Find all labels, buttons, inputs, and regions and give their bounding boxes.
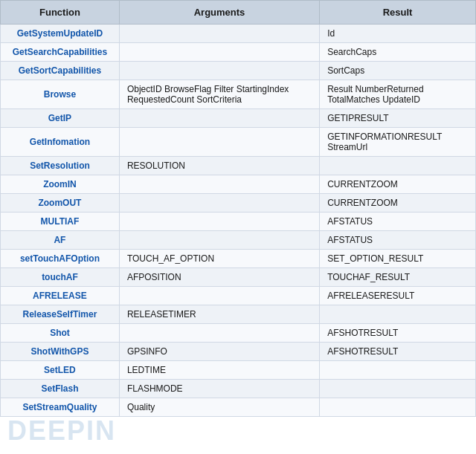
cell-arguments: ObjectID BrowseFlag Filter StartingIndex…	[119, 80, 319, 109]
cell-arguments	[119, 194, 319, 213]
cell-function: Shot	[1, 324, 120, 343]
cell-arguments: TOUCH_AF_OPTION	[119, 250, 319, 268]
cell-function: GetIP	[1, 109, 120, 128]
cell-function: SetLED	[1, 361, 120, 380]
table-row: SetFlashFLASHMODE	[1, 380, 476, 398]
table-row: GetSearchCapabilitiesSearchCaps	[1, 43, 476, 62]
table-row: GetSortCapabilitiesSortCaps	[1, 62, 476, 80]
table-row: BrowseObjectID BrowseFlag Filter Startin…	[1, 80, 476, 109]
table-row: AFAFSTATUS	[1, 231, 476, 250]
cell-arguments	[119, 175, 319, 194]
cell-function: ZoomIN	[1, 175, 120, 194]
table-row: GetSystemUpdateIDId	[1, 25, 476, 43]
cell-result	[320, 305, 476, 324]
cell-arguments: GPSINFO	[119, 343, 319, 361]
cell-function: Browse	[1, 80, 120, 109]
cell-function: ShotWithGPS	[1, 343, 120, 361]
cell-arguments	[119, 25, 319, 43]
cell-result: GETINFORMATIONRESULT StreamUrl	[320, 128, 476, 157]
cell-function: SetStreamQuality	[1, 398, 120, 417]
table-row: MULTIAFAFSTATUS	[1, 213, 476, 231]
cell-function: AFRELEASE	[1, 287, 120, 305]
cell-arguments	[119, 62, 319, 80]
cell-result: CURRENTZOOM	[320, 175, 476, 194]
cell-arguments	[119, 43, 319, 62]
table-row: GetIPGETIPRESULT	[1, 109, 476, 128]
cell-result: SET_OPTION_RESULT	[320, 250, 476, 268]
cell-function: GetInfomation	[1, 128, 120, 157]
cell-arguments: AFPOSITION	[119, 268, 319, 287]
cell-result: AFSHOTRESULT	[320, 324, 476, 343]
cell-arguments: FLASHMODE	[119, 380, 319, 398]
cell-function: ReleaseSelfTimer	[1, 305, 120, 324]
table-row: ShotWithGPSGPSINFOAFSHOTRESULT	[1, 343, 476, 361]
cell-result: Result NumberReturned TotalMatches Updat…	[320, 80, 476, 109]
cell-function: GetSearchCapabilities	[1, 43, 120, 62]
table-row: SetResolutionRESOLUTION	[1, 157, 476, 175]
watermark: DEEPIN	[7, 415, 116, 447]
table-row: touchAFAFPOSITIONTOUCHAF_RESULT	[1, 268, 476, 287]
api-table: Function Arguments Result GetSystemUpdat…	[0, 0, 476, 417]
cell-function: SetResolution	[1, 157, 120, 175]
cell-result: AFRELEASERESULT	[320, 287, 476, 305]
table-row: ZoomINCURRENTZOOM	[1, 175, 476, 194]
cell-result: AFSHOTRESULT	[320, 343, 476, 361]
cell-result	[320, 157, 476, 175]
cell-result	[320, 398, 476, 417]
table-body: GetSystemUpdateIDIdGetSearchCapabilities…	[1, 25, 476, 417]
header-function: Function	[1, 1, 120, 25]
cell-arguments	[119, 287, 319, 305]
cell-result: GETIPRESULT	[320, 109, 476, 128]
cell-arguments	[119, 231, 319, 250]
table-row: setTouchAFOptionTOUCH_AF_OPTIONSET_OPTIO…	[1, 250, 476, 268]
table-row: ReleaseSelfTimerRELEASETIMER	[1, 305, 476, 324]
cell-function: touchAF	[1, 268, 120, 287]
header-arguments: Arguments	[119, 1, 319, 25]
cell-result	[320, 380, 476, 398]
table-row: SetStreamQualityQuality	[1, 398, 476, 417]
cell-result: TOUCHAF_RESULT	[320, 268, 476, 287]
cell-function: AF	[1, 231, 120, 250]
cell-arguments	[119, 109, 319, 128]
cell-function: SetFlash	[1, 380, 120, 398]
table-row: AFRELEASEAFRELEASERESULT	[1, 287, 476, 305]
cell-result: AFSTATUS	[320, 213, 476, 231]
cell-arguments: LEDTIME	[119, 361, 319, 380]
cell-function: ZoomOUT	[1, 194, 120, 213]
cell-function: GetSystemUpdateID	[1, 25, 120, 43]
cell-result: Id	[320, 25, 476, 43]
cell-arguments	[119, 324, 319, 343]
table-row: GetInfomationGETINFORMATIONRESULT Stream…	[1, 128, 476, 157]
header-result: Result	[320, 1, 476, 25]
cell-result: SearchCaps	[320, 43, 476, 62]
cell-arguments: Quality	[119, 398, 319, 417]
cell-function: setTouchAFOption	[1, 250, 120, 268]
cell-result: AFSTATUS	[320, 231, 476, 250]
table-row: ShotAFSHOTRESULT	[1, 324, 476, 343]
cell-arguments	[119, 213, 319, 231]
cell-result: CURRENTZOOM	[320, 194, 476, 213]
cell-arguments	[119, 128, 319, 157]
table-row: ZoomOUTCURRENTZOOM	[1, 194, 476, 213]
cell-result	[320, 361, 476, 380]
cell-function: GetSortCapabilities	[1, 62, 120, 80]
cell-arguments: RELEASETIMER	[119, 305, 319, 324]
cell-result: SortCaps	[320, 62, 476, 80]
table-header-row: Function Arguments Result	[1, 1, 476, 25]
cell-function: MULTIAF	[1, 213, 120, 231]
cell-arguments: RESOLUTION	[119, 157, 319, 175]
table-row: SetLEDLEDTIME	[1, 361, 476, 380]
